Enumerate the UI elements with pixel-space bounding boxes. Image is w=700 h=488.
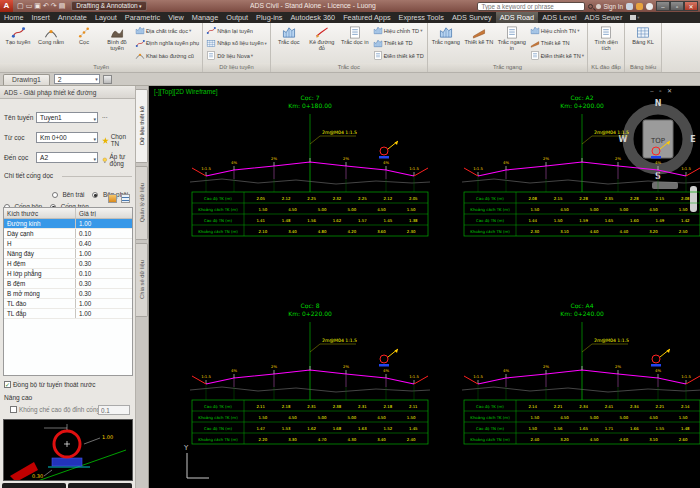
undo-icon[interactable]: ↶ — [43, 1, 49, 11]
ribbon-tab-ads-survey[interactable]: ADS Survey — [448, 12, 496, 23]
workspace-switcher[interactable]: Drafting & Annotation — [71, 1, 146, 11]
limit-checkbox-row[interactable]: Khống chế cao độ đỉnh cống — [10, 406, 100, 413]
sheet-set-icon[interactable] — [103, 75, 112, 84]
ribbon-tab-express-tools[interactable]: Express Tools — [395, 12, 448, 23]
plot-icon[interactable]: ▤ — [59, 1, 66, 11]
svg-text:4%: 4% — [655, 368, 661, 373]
ribbon-tab-ads-sewer[interactable]: ADS Sewer — [581, 12, 627, 23]
table-row[interactable]: TL đắp1.00 — [4, 309, 132, 319]
autocad-logo-icon[interactable]: A — [0, 0, 13, 12]
ribbon-button[interactable]: Trắc dọc — [273, 24, 305, 62]
folder-icon[interactable] — [108, 194, 117, 203]
ribbon-tab-annotate[interactable]: Annotate — [54, 12, 91, 23]
more-button[interactable]: ... — [102, 112, 108, 119]
table-row[interactable]: Đường kính1.00 — [4, 219, 132, 229]
from-stake-select[interactable]: Km 0+00 — [36, 132, 98, 143]
svg-text:1.48: 1.48 — [282, 218, 291, 223]
ribbon-button[interactable]: Trắc ngang — [430, 24, 462, 62]
ribbon-button[interactable]: Định nghĩa tuyến phụ — [135, 37, 199, 49]
minimize-button[interactable]: – — [656, 1, 670, 11]
ribbon-tab-featured-apps[interactable]: Featured Apps — [339, 12, 394, 23]
ribbon-button[interactable]: Điền thiết kế TN ▾ — [530, 50, 584, 62]
pick-tn-button[interactable]: Chọn TN — [102, 133, 135, 147]
ribbon-tab-view[interactable]: View — [164, 12, 188, 23]
close-button[interactable]: ✕ — [684, 1, 698, 11]
restore-button[interactable]: ▫ — [670, 1, 684, 11]
ribbon-button[interactable]: Trắc ngang in — [496, 24, 528, 62]
svg-text:4.50: 4.50 — [560, 415, 569, 420]
table-small-icon[interactable] — [121, 194, 130, 203]
ribbon-tab-insert[interactable]: Insert — [27, 12, 53, 23]
ribbon-button[interactable]: Dữ liệu Nova ▾ — [206, 50, 267, 62]
help-icon[interactable] — [646, 3, 653, 10]
redo-icon[interactable]: ↷ — [51, 1, 57, 11]
ribbon-options-icon[interactable]: ▾ — [626, 12, 643, 23]
panel-bottom-button-2[interactable] — [68, 483, 132, 488]
divider — [62, 176, 132, 177]
auto-apply-button[interactable]: Áp tự động — [102, 153, 135, 167]
table-row[interactable]: TL đào1.00 — [4, 299, 132, 309]
svg-text:2.41: 2.41 — [605, 404, 614, 409]
ribbon-button[interactable]: Bình đồ tuyến — [101, 24, 133, 62]
exchange-icon[interactable] — [626, 3, 633, 10]
ribbon-button[interactable]: Thiết kế TN — [463, 24, 495, 62]
table-row[interactable]: B mở móng0.30 — [4, 289, 132, 299]
ribbon-button[interactable]: Tạo tuyến — [2, 24, 34, 62]
panel-side-tab[interactable]: Chia sẻ dữ liệu — [136, 243, 148, 317]
limit-checkbox[interactable] — [10, 406, 17, 413]
help-search-input[interactable] — [477, 2, 585, 11]
ribbon-button[interactable]: Thiết kế TD — [373, 37, 424, 49]
table-row[interactable]: Dày cạnh0.10 — [4, 229, 132, 239]
communication-center-icon[interactable] — [636, 3, 643, 10]
ribbon-button[interactable]: Hiệu chỉnh TD ▾ — [373, 25, 424, 37]
table-row[interactable]: Nâng đáy1.00 — [4, 249, 132, 259]
table-row[interactable]: H đệm0.30 — [4, 259, 132, 269]
panel-side-tab[interactable]: Quản lý dữ liệu — [136, 166, 148, 240]
open-file-icon[interactable]: ▭ — [26, 1, 33, 11]
ribbon-tab-plug-ins[interactable]: Plug-ins — [252, 12, 286, 23]
panel-side-tab[interactable]: Dữ liệu thiết kế — [136, 89, 148, 163]
dimension-table: Kích thước Giá trị Đường kính1.00Dày cạn… — [3, 207, 133, 376]
ribbon-button[interactable]: Tính diện tích — [590, 24, 622, 62]
svg-text:Cao độ TK (m): Cao độ TK (m) — [204, 196, 232, 201]
signin-button[interactable]: Sign In — [596, 3, 623, 10]
ribbon-button[interactable]: Điền thiết kế TD — [373, 50, 424, 62]
ribbon-tab-ads-road[interactable]: ADS Road — [496, 12, 538, 23]
ribbon-button[interactable]: Hiệu chỉnh TN ▾ — [530, 25, 584, 37]
to-stake-select[interactable]: A2 — [36, 152, 98, 163]
panel-bottom-button-1[interactable] — [2, 483, 66, 488]
route-name-select[interactable]: Tuyen1 — [36, 112, 98, 123]
drawing-file-tab[interactable]: Drawing1 — [3, 74, 50, 85]
ribbon-button[interactable]: Cọc — [68, 24, 100, 62]
ribbon-button[interactable]: Địa chất trắc dọc ▾ — [135, 25, 199, 37]
ribbon-button[interactable]: Nhập số liệu tuyến ▾ — [206, 37, 267, 49]
ribbon-tab-parametric[interactable]: Parametric — [121, 12, 164, 23]
table-row[interactable]: H0.40 — [4, 239, 132, 249]
ribbon-button[interactable]: Khai báo đường cũ — [135, 50, 199, 62]
ribbon-tab-manage[interactable]: Manage — [188, 12, 222, 23]
ribbon-tab-autodesk-360[interactable]: Autodesk 360 — [286, 12, 339, 23]
limit-value-input[interactable] — [98, 405, 130, 415]
table-row[interactable]: B đệm0.30 — [4, 279, 132, 289]
ribbon-button[interactable]: Nhận lại tuyến — [206, 25, 267, 37]
ribbon-tab-home[interactable]: Home — [0, 12, 27, 23]
sync-checkbox[interactable]: ✓ — [4, 381, 11, 388]
ribbon-button[interactable]: Trắc dọc in — [339, 24, 371, 62]
radio-ben-phai[interactable] — [92, 192, 98, 198]
ribbon-button[interactable]: Kẻ đường đỏ — [306, 24, 338, 62]
svg-text:Khoảng cách TK (m): Khoảng cách TK (m) — [198, 415, 238, 420]
table-row[interactable]: H lớp phẳng0.10 — [4, 269, 132, 279]
ribbon-button[interactable]: Cong nằm — [35, 24, 67, 62]
drawing-canvas[interactable]: [-][Top][2D Wireframe] – ▫ ✕ TOP N S W E… — [149, 86, 700, 488]
ribbon-button[interactable]: Bảng KL — [627, 24, 659, 62]
ribbon-tab-ads-level[interactable]: ADS Level — [538, 12, 580, 23]
scale-combobox[interactable]: 2 — [54, 74, 100, 84]
search-icon[interactable] — [588, 4, 593, 9]
ribbon-button[interactable]: Thiết kế TN — [530, 37, 584, 49]
save-icon[interactable]: ▣ — [34, 1, 41, 11]
ribbon-tab-output[interactable]: Output — [222, 12, 252, 23]
sync-checkbox-row[interactable]: ✓ Đồng bộ từ tuyến thoát nước — [4, 381, 95, 388]
svg-text:Km: 0+220.00: Km: 0+220.00 — [288, 310, 332, 317]
ribbon-tab-layout[interactable]: Layout — [91, 12, 121, 23]
new-file-icon[interactable]: ▢ — [17, 1, 24, 11]
